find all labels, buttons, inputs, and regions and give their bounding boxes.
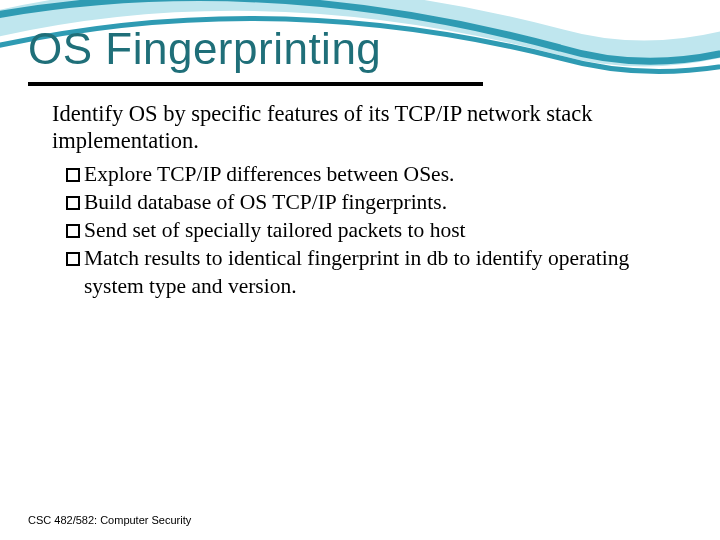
list-item: Explore TCP/IP differences between OSes. xyxy=(66,161,668,189)
intro-text: Identify OS by specific features of its … xyxy=(52,100,668,155)
slide-title: OS Fingerprinting xyxy=(28,24,381,74)
square-bullet-icon xyxy=(66,196,80,210)
square-bullet-icon xyxy=(66,168,80,182)
list-item-text: Send set of specially tailored packets t… xyxy=(84,217,668,245)
list-item-text: Build database of OS TCP/IP fingerprints… xyxy=(84,189,668,217)
square-bullet-icon xyxy=(66,252,80,266)
bullet-list: Explore TCP/IP differences between OSes.… xyxy=(66,161,668,301)
list-item: Match results to identical fingerprint i… xyxy=(66,245,668,301)
slide-footer: CSC 482/582: Computer Security xyxy=(28,514,191,526)
square-bullet-icon xyxy=(66,224,80,238)
title-underline xyxy=(28,82,483,86)
list-item-text: Explore TCP/IP differences between OSes. xyxy=(84,161,668,189)
list-item: Send set of specially tailored packets t… xyxy=(66,217,668,245)
list-item-text: Match results to identical fingerprint i… xyxy=(84,245,668,301)
list-item: Build database of OS TCP/IP fingerprints… xyxy=(66,189,668,217)
slide-body: Identify OS by specific features of its … xyxy=(52,100,668,301)
